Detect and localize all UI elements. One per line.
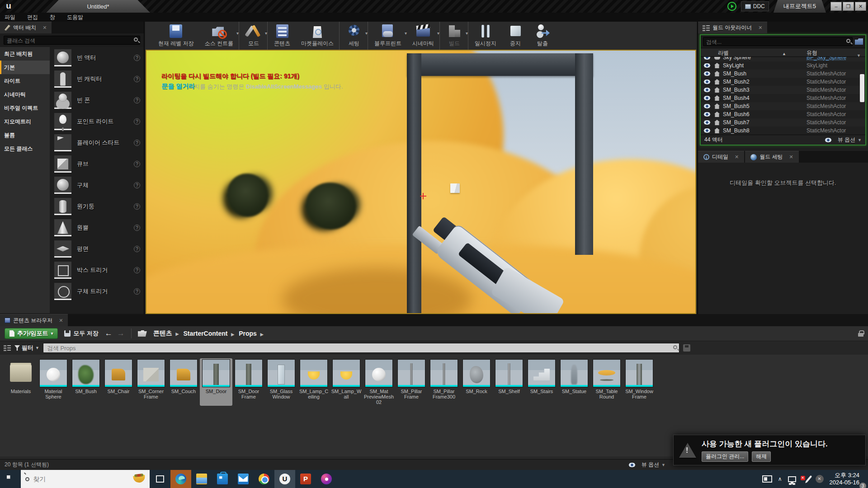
outliner-scrollbar[interactable] bbox=[860, 74, 864, 102]
ddc-button[interactable]: DDC bbox=[741, 1, 769, 11]
asset-tile[interactable]: SM_Lamp_Ceiling bbox=[297, 358, 330, 406]
visibility-eye-icon[interactable] bbox=[703, 120, 711, 125]
place-actor-item[interactable]: 포인트 라이트 bbox=[50, 111, 144, 132]
outliner-view-options[interactable]: 뷰 옵션▼ bbox=[822, 136, 862, 144]
close-icon[interactable]: ✕ bbox=[758, 25, 762, 31]
back-arrow-icon[interactable]: ← bbox=[105, 329, 113, 338]
close-icon[interactable]: ✕ bbox=[59, 318, 63, 324]
asset-tile[interactable]: SM_Table Round bbox=[590, 358, 623, 406]
document-tab[interactable]: Untitled* bbox=[46, 0, 150, 13]
asset-tile[interactable]: SM_Pillar Frame300 bbox=[428, 358, 460, 406]
place-actor-item[interactable]: 원기둥 bbox=[50, 196, 144, 217]
category-item[interactable]: 볼륨 bbox=[0, 128, 50, 142]
asset-tile[interactable]: Material Sphere bbox=[37, 358, 70, 406]
maximize-button[interactable]: ❐ bbox=[843, 2, 854, 11]
minimize-button[interactable]: – bbox=[830, 2, 842, 11]
place-actor-item[interactable]: 빈 액터 bbox=[50, 47, 144, 68]
dismiss-button[interactable]: 해제 bbox=[752, 451, 771, 462]
category-item[interactable]: 최근 배치됨 bbox=[0, 47, 50, 61]
toolbar-button[interactable]: 현재 레벨 저장 bbox=[153, 22, 199, 50]
menu-item[interactable]: 도움말 bbox=[67, 14, 83, 21]
asset-tile[interactable]: Materials bbox=[5, 358, 37, 406]
toolbar-button[interactable]: 빌드 bbox=[441, 22, 468, 50]
level-viewport[interactable]: 라이팅을 다시 빌드해야 합니다 (빌드 필요: 91개) 문을 열거라 시지를… bbox=[146, 50, 696, 314]
place-actor-item[interactable]: 구체 bbox=[50, 174, 144, 196]
new-folder-icon[interactable] bbox=[855, 38, 863, 45]
visibility-eye-icon[interactable] bbox=[703, 104, 711, 108]
close-button[interactable]: ✕ bbox=[855, 2, 866, 11]
outliner-search-input[interactable] bbox=[703, 38, 852, 46]
close-icon[interactable]: ✕ bbox=[789, 154, 793, 160]
save-search-icon[interactable] bbox=[683, 344, 690, 352]
content-view-options[interactable]: 뷰 옵션▼ bbox=[626, 461, 665, 469]
asset-tile[interactable]: SM_Statue bbox=[558, 358, 590, 406]
category-item[interactable]: 비주얼 이펙트 bbox=[0, 101, 50, 115]
visibility-eye-icon[interactable] bbox=[703, 80, 711, 84]
taskbar-app-file-explorer[interactable] bbox=[191, 470, 212, 488]
start-button[interactable] bbox=[0, 470, 21, 488]
filter-button[interactable]: 필터 ▼ bbox=[14, 344, 39, 352]
world-outliner-tab[interactable]: 월드 아웃라이너 ✕ bbox=[698, 22, 767, 33]
asset-tile[interactable]: SM_Glass Window bbox=[265, 358, 297, 406]
outliner-row[interactable]: SM_Bush StaticMeshActor bbox=[701, 70, 865, 78]
toolbar-button[interactable]: 콘텐츠 bbox=[269, 22, 296, 50]
sources-panel-icon[interactable] bbox=[4, 345, 11, 351]
asset-tile[interactable]: SM_Lamp_Wall bbox=[330, 358, 363, 406]
launcher-status-icon[interactable] bbox=[727, 2, 736, 11]
asset-tile[interactable]: SM_Window Frame bbox=[623, 358, 656, 406]
category-item[interactable]: 라이트 bbox=[0, 74, 50, 88]
visibility-eye-icon[interactable] bbox=[703, 128, 711, 133]
class-search-input[interactable] bbox=[4, 37, 140, 45]
toolbar-button[interactable]: 소스 컨트롤 bbox=[199, 22, 239, 50]
outliner-row[interactable]: SM_Bush2 StaticMeshActor bbox=[701, 78, 865, 86]
menu-item[interactable]: 편집 bbox=[27, 14, 38, 21]
save-all-button[interactable]: 모두 저장 bbox=[64, 329, 99, 338]
content-browser-tab[interactable]: 콘텐츠 브라우저 ✕ bbox=[0, 314, 68, 326]
asset-tile[interactable]: SM_Mat PreviewMesh 02 bbox=[363, 358, 395, 406]
pen-icon[interactable] bbox=[805, 475, 812, 483]
taskbar-search[interactable] bbox=[21, 470, 150, 488]
place-actors-tab[interactable]: 액터 배치 ✕ bbox=[0, 22, 52, 33]
taskbar-search-input[interactable] bbox=[33, 475, 130, 483]
manage-plugins-button[interactable]: 플러그인 관리... bbox=[702, 451, 748, 462]
outliner-row[interactable]: SM_Bush5 StaticMeshActor bbox=[701, 102, 865, 110]
outliner-row[interactable]: SM_Bush7 StaticMeshActor bbox=[701, 118, 865, 127]
toolbar-button[interactable]: 블루프린트 bbox=[369, 22, 407, 50]
outliner-partial-row[interactable]: Sky Sphere BP_Sky_Sphere bbox=[701, 57, 865, 61]
lock-icon[interactable] bbox=[858, 330, 863, 337]
toolbar-button[interactable]: 탈출 bbox=[529, 22, 556, 50]
place-actor-item[interactable]: 빈 폰 bbox=[50, 89, 144, 111]
breadcrumb-item[interactable]: 콘텐츠 bbox=[153, 329, 172, 337]
close-icon[interactable]: ✕ bbox=[735, 154, 739, 160]
taskbar-app-mail[interactable] bbox=[233, 470, 254, 488]
asset-tile[interactable]: SM_Chair bbox=[102, 358, 135, 406]
task-view-icon[interactable] bbox=[156, 475, 164, 483]
place-actor-item[interactable]: 원뿔 bbox=[50, 217, 144, 238]
tray-close-icon[interactable]: ✕ bbox=[816, 475, 824, 483]
world-settings-tab[interactable]: 월드 세팅 ✕ bbox=[745, 151, 799, 163]
outliner-row[interactable]: SM_Bush6 StaticMeshActor bbox=[701, 110, 865, 118]
forward-arrow-icon[interactable]: → bbox=[117, 329, 125, 338]
menu-item[interactable]: 창 bbox=[50, 14, 55, 21]
place-actor-item[interactable]: 평면 bbox=[50, 238, 144, 259]
asset-search-input[interactable] bbox=[43, 343, 679, 352]
category-item[interactable]: 기본 bbox=[0, 61, 50, 74]
news-widget-icon[interactable] bbox=[762, 475, 772, 483]
asset-tile[interactable]: SM_Stairs bbox=[525, 358, 558, 406]
category-item[interactable]: 시네마틱 bbox=[0, 88, 50, 101]
outliner-row[interactable]: SM_Bush3 StaticMeshActor bbox=[701, 86, 865, 94]
taskbar-clock[interactable]: 오후 3:24 2024-05-16 bbox=[830, 472, 860, 486]
visibility-eye-icon[interactable] bbox=[703, 112, 711, 117]
taskbar-app-unreal-engine[interactable] bbox=[274, 470, 295, 488]
asset-tile[interactable]: SM_Door Frame bbox=[232, 358, 265, 406]
taskbar-app-chrome[interactable] bbox=[254, 470, 274, 488]
taskbar-app-paint[interactable] bbox=[316, 470, 337, 488]
menu-item[interactable]: 파일 bbox=[5, 14, 15, 21]
asset-tile[interactable]: SM_Couch bbox=[167, 358, 200, 406]
asset-tile[interactable]: SM_Shelf bbox=[493, 358, 525, 406]
taskbar-app-powerpoint[interactable] bbox=[295, 470, 316, 488]
visibility-eye-icon[interactable] bbox=[703, 63, 711, 68]
asset-tile[interactable]: SM_Corner Frame bbox=[135, 358, 167, 406]
asset-tile[interactable]: SM_Door bbox=[200, 358, 232, 406]
toolbar-button[interactable]: 마켓플레이스 bbox=[296, 22, 340, 50]
